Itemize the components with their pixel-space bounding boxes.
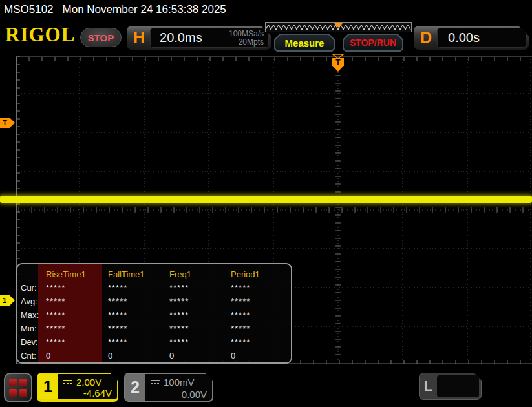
measurement-value: ***** [108, 335, 169, 349]
oscilloscope-screen: MSO5102 Mon November 24 16:53:38 2025 RI… [0, 0, 532, 407]
measurement-table: RiseTime1FallTime1Freq1Period1Cur:******… [17, 264, 291, 362]
status-bar: MSO5102 Mon November 24 16:53:38 2025 [0, 0, 532, 19]
channel1-waveform [0, 196, 532, 203]
logic-channels-badge[interactable]: L 0 1 2 3 4 5 6 7 8 9 1011 12131415 [419, 373, 482, 400]
channel2-offset: 0.00V [150, 389, 207, 400]
horizontal-settings-button[interactable]: H 20.0ms 100MSa/s 20Mpts [127, 26, 271, 50]
run-state-indicator: STOP [80, 28, 122, 47]
channel2-scale: 100mV [164, 377, 195, 388]
overview-waveform-icon [266, 23, 411, 32]
toolbar: RIGOL STOP H 20.0ms 100MSa/s 20Mpts Meas… [0, 19, 532, 55]
measurement-column-header: RiseTime1 [46, 267, 108, 281]
channel2-number: 2 [125, 374, 145, 401]
timebase-value: 20.0ms [151, 30, 202, 45]
menu-grid-icon [9, 379, 27, 397]
channel1-number: 1 [38, 374, 58, 399]
measurement-row-label: Min: [21, 322, 46, 335]
measurement-value: ***** [231, 281, 291, 295]
timebase-box: 20.0ms 100MSa/s 20Mpts [150, 28, 269, 48]
logic-label: L [420, 373, 437, 399]
dc-coupling-icon [63, 379, 73, 385]
measurement-column-header: FallTime1 [108, 267, 169, 281]
graticule: T T 1 RiseTime1FallTime1Freq1Period1Cur:… [0, 55, 532, 367]
measurement-row-label: Dev: [21, 335, 46, 349]
menu-button[interactable] [4, 373, 32, 402]
table-corner [21, 267, 46, 281]
measurement-value: ***** [231, 322, 291, 335]
measurement-row-label: Cur: [21, 281, 46, 295]
delay-icon: D [414, 28, 437, 47]
measurement-column-header: Freq1 [169, 267, 231, 281]
channel1-badge[interactable]: 1 2.00V -4.64V [37, 373, 118, 402]
measurement-value: ***** [169, 308, 231, 322]
delay-settings-button[interactable]: D 0.00s [414, 26, 529, 50]
measurement-row-label: Cnt: [21, 349, 46, 362]
measurement-row-label: Max: [21, 308, 46, 322]
model-label: MSO5102 [4, 3, 54, 16]
measurement-value: ***** [46, 308, 108, 322]
measurement-value: ***** [108, 308, 169, 322]
measurement-value: ***** [169, 335, 231, 349]
bottom-bar: 1 2.00V -4.64V 2 [0, 368, 532, 407]
measurement-value: ***** [231, 308, 291, 322]
channel1-offset: -4.64V [63, 388, 112, 399]
measurement-value: ***** [231, 295, 291, 308]
dc-coupling-icon [150, 379, 160, 385]
acquisition-info: 100MSa/s 20Mpts [229, 30, 264, 47]
measurement-value: ***** [231, 335, 291, 349]
memory-depth: 20Mpts [229, 38, 264, 47]
waveform-overview-strip[interactable] [265, 22, 412, 32]
delay-box: 0.00s [437, 28, 526, 48]
measurement-value: ***** [108, 281, 169, 295]
datetime-label: Mon November 24 16:53:38 2025 [63, 3, 226, 16]
measurement-value: ***** [108, 322, 169, 335]
measurement-value: ***** [46, 322, 108, 335]
channel2-badge[interactable]: 2 100mV 0.00V [124, 373, 213, 402]
stop-run-button[interactable]: STOP/RUN [343, 34, 403, 52]
measurement-value: ***** [46, 335, 108, 349]
measurement-value: ***** [169, 281, 231, 295]
measurement-value: 0 [108, 349, 169, 362]
measurement-value: ***** [169, 295, 231, 308]
channel1-scale: 2.00V [76, 377, 101, 388]
measure-button[interactable]: Measure [274, 34, 335, 52]
measurement-value: 0 [46, 349, 108, 362]
measurement-row-label: Avg: [21, 295, 46, 308]
horizontal-icon: H [127, 28, 150, 47]
measurement-value: 0 [231, 349, 291, 362]
measurement-value: ***** [46, 281, 108, 295]
measurement-value: 0 [169, 349, 231, 362]
measurement-value: ***** [108, 295, 169, 308]
measurement-value: ***** [46, 295, 108, 308]
rigol-logo: RIGOL [5, 23, 75, 47]
measurement-panel[interactable]: RiseTime1FallTime1Freq1Period1Cur:******… [16, 263, 292, 364]
logic-channel-numbers: 0 1 2 3 4 5 6 7 8 9 1011 12131415 [437, 375, 479, 397]
delay-value: 0.00s [438, 30, 480, 45]
measurement-value: ***** [169, 322, 231, 335]
measurement-column-header: Period1 [231, 267, 291, 281]
